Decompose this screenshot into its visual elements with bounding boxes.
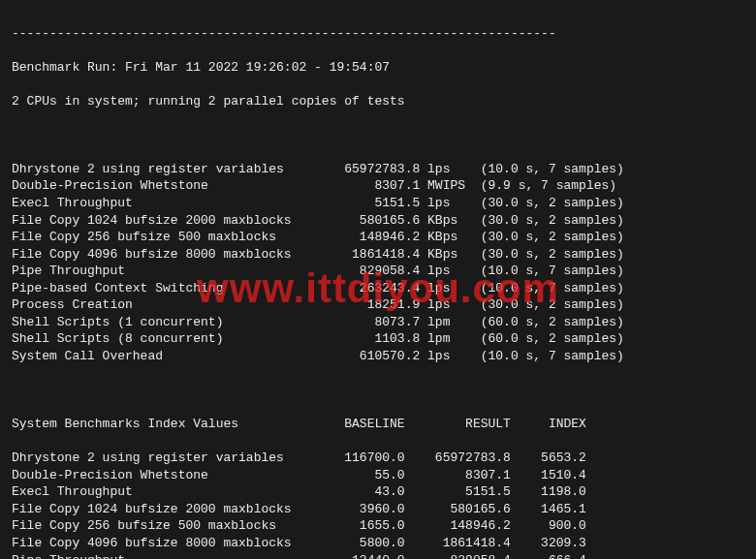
result-row: Shell Scripts (1 concurrent) 8073.7 lpm … xyxy=(12,314,744,331)
separator-top: ----------------------------------------… xyxy=(12,25,744,43)
result-row: Execl Throughput 5151.5 lps (30.0 s, 2 s… xyxy=(12,195,744,212)
index-header: System Benchmarks Index Values BASELINE … xyxy=(12,416,744,433)
results-block: Dhrystone 2 using register variables 659… xyxy=(12,161,744,365)
index-row: File Copy 1024 bufsize 2000 maxblocks 39… xyxy=(12,501,744,518)
index-row: File Copy 256 bufsize 500 maxblocks 1655… xyxy=(12,517,744,535)
result-row: Double-Precision Whetstone 8307.1 MWIPS … xyxy=(12,177,744,195)
result-row: Process Creation 18251.9 lps (30.0 s, 2 … xyxy=(12,296,744,314)
index-block: Dhrystone 2 using register variables 116… xyxy=(12,450,744,559)
result-row: Pipe-based Context Switching 263243.4 lp… xyxy=(12,280,744,297)
blank xyxy=(12,382,744,399)
result-row: System Call Overhead 610570.2 lps (10.0 … xyxy=(12,348,744,365)
result-row: File Copy 256 bufsize 500 maxblocks 1489… xyxy=(12,229,744,246)
result-row: Dhrystone 2 using register variables 659… xyxy=(12,161,744,178)
result-row: File Copy 4096 bufsize 8000 maxblocks 18… xyxy=(12,246,744,264)
index-row: File Copy 4096 bufsize 8000 maxblocks 58… xyxy=(12,535,744,552)
blank xyxy=(12,127,744,144)
index-row: Double-Precision Whetstone 55.0 8307.1 1… xyxy=(12,467,744,484)
index-row: Execl Throughput 43.0 5151.5 1198.0 xyxy=(12,483,744,501)
index-row: Dhrystone 2 using register variables 116… xyxy=(12,450,744,467)
result-row: Shell Scripts (8 concurrent) 1103.8 lpm … xyxy=(12,330,744,348)
result-row: File Copy 1024 bufsize 2000 maxblocks 58… xyxy=(12,212,744,230)
terminal-output: ----------------------------------------… xyxy=(0,0,756,559)
cpu-header: 2 CPUs in system; running 2 parallel cop… xyxy=(12,93,744,110)
index-row: Pipe Throughput 12440.0 829058.4 666.4 xyxy=(12,552,744,560)
result-row: Pipe Throughput 829058.4 lps (10.0 s, 7 … xyxy=(12,263,744,280)
run-header: Benchmark Run: Fri Mar 11 2022 19:26:02 … xyxy=(12,59,744,77)
